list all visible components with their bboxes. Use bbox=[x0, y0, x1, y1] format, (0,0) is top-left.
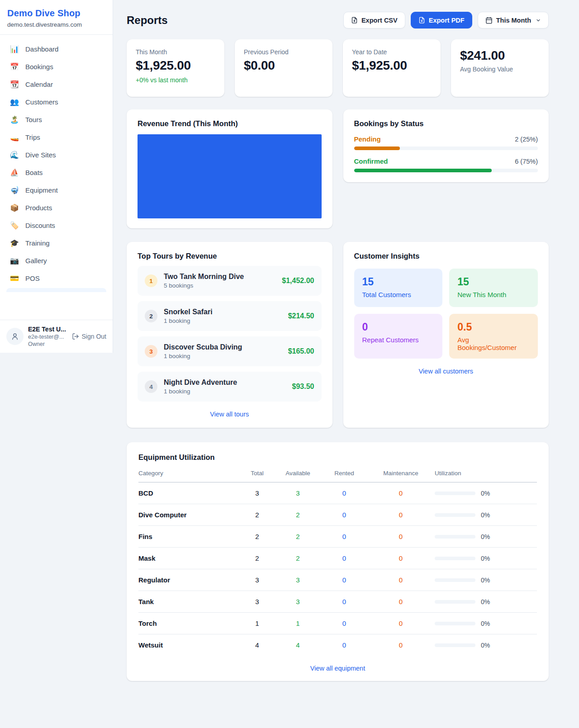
status-label: Confirmed bbox=[354, 157, 388, 165]
table-row: Dive Computer 2 2 0 0 0% bbox=[138, 504, 537, 526]
equipment-utilization-title: Equipment Utilization bbox=[138, 453, 537, 462]
tour-bookings: 5 bookings bbox=[164, 282, 275, 289]
calendar-icon bbox=[485, 17, 493, 24]
equipment-category: Torch bbox=[138, 619, 240, 627]
view-all-equipment-link[interactable]: View all equipment bbox=[138, 665, 537, 672]
stat-value: $1,925.00 bbox=[352, 58, 432, 73]
sidebar-item-discounts[interactable]: 🏷️ Discounts bbox=[4, 217, 109, 234]
avatar bbox=[6, 328, 24, 345]
sidebar-item-equipment[interactable]: 🤿 Equipment bbox=[4, 181, 109, 199]
utilization-percent: 0% bbox=[481, 598, 490, 605]
tile-value: 0.5 bbox=[457, 321, 530, 333]
sidebar-item-products[interactable]: 📦 Products bbox=[4, 199, 109, 217]
sidebar-item-calendar[interactable]: 📆 Calendar bbox=[4, 76, 109, 93]
status-count: 6 (75%) bbox=[515, 158, 538, 165]
status-row-confirmed: Confirmed 6 (75%) bbox=[354, 157, 538, 172]
col-utilization: Utilization bbox=[435, 470, 537, 477]
sidebar-item-boats[interactable]: ⛵ Boats bbox=[4, 164, 109, 181]
utilization-percent: 0% bbox=[481, 490, 490, 497]
stat-label: Year to Date bbox=[352, 48, 432, 56]
sidebar-item-label: Boats bbox=[25, 169, 43, 176]
sign-out-button[interactable]: Sign Out bbox=[72, 333, 106, 340]
stat-value: $1,925.00 bbox=[136, 58, 215, 73]
equipment-category: Dive Computer bbox=[138, 511, 240, 519]
equipment-available: 2 bbox=[274, 533, 322, 540]
sidebar-item-customers[interactable]: 👥 Customers bbox=[4, 93, 109, 111]
sidebar-item-pos[interactable]: 💳 POS bbox=[4, 269, 109, 287]
sidebar-item-gallery[interactable]: 📷 Gallery bbox=[4, 252, 109, 269]
sidebar-item-trips[interactable]: 🚤 Trips bbox=[4, 128, 109, 146]
sidebar-item-dive-sites[interactable]: 🌊 Dive Sites bbox=[4, 146, 109, 164]
bookings-by-status-title: Bookings by Status bbox=[354, 119, 538, 128]
table-row: Fins 2 2 0 0 0% bbox=[138, 526, 537, 548]
camera-icon: 📷 bbox=[10, 256, 19, 265]
rank-badge: 3 bbox=[145, 345, 157, 358]
calendar-icon: 📆 bbox=[10, 80, 19, 89]
equipment-maintenance: 0 bbox=[367, 598, 435, 605]
export-pdf-label: Export PDF bbox=[429, 17, 465, 24]
user-icon bbox=[11, 332, 19, 340]
package-icon: 📦 bbox=[10, 203, 19, 212]
equipment-available: 1 bbox=[274, 619, 322, 627]
rank-badge: 2 bbox=[145, 310, 157, 322]
export-csv-button[interactable]: Export CSV bbox=[343, 12, 405, 28]
equipment-category: BCD bbox=[138, 489, 240, 497]
stat-card-avg-booking-value: $241.00 Avg Booking Value bbox=[451, 39, 549, 97]
sidebar-item-dashboard[interactable]: 📊 Dashboard bbox=[4, 40, 109, 58]
sidebar-item-label: Dashboard bbox=[25, 45, 58, 53]
equipment-available: 2 bbox=[274, 511, 322, 519]
equipment-available: 4 bbox=[274, 641, 322, 649]
revenue-trend-title: Revenue Trend (This Month) bbox=[138, 119, 322, 128]
table-row: Torch 1 1 0 0 0% bbox=[138, 613, 537, 634]
tour-row: 3 Discover Scuba Diving 1 booking $165.0… bbox=[138, 336, 322, 366]
insight-tiles: 15 Total Customers 15 New This Month 0 R… bbox=[354, 269, 538, 359]
sidebar: Demo Dive Shop demo.test.divestreams.com… bbox=[0, 0, 113, 353]
customer-insights-panel: Customer Insights 15 Total Customers 15 … bbox=[343, 242, 549, 428]
rank-badge: 1 bbox=[145, 274, 157, 287]
customers-icon: 👥 bbox=[10, 98, 19, 106]
view-all-tours-link[interactable]: View all tours bbox=[138, 411, 322, 418]
sidebar-item-label: POS bbox=[25, 274, 40, 282]
tile-value: 15 bbox=[362, 276, 435, 288]
sidebar-item-bookings[interactable]: 📅 Bookings bbox=[4, 58, 109, 76]
table-row: Tank 3 3 0 0 0% bbox=[138, 591, 537, 613]
stat-card-year-to-date: Year to Date $1,925.00 bbox=[343, 39, 441, 97]
insights-row: Top Tours by Revenue 1 Two Tank Morning … bbox=[127, 242, 549, 428]
sidebar-item-active-partial[interactable] bbox=[6, 288, 106, 292]
col-rented: Rented bbox=[322, 470, 367, 477]
sidebar-item-training[interactable]: 🎓 Training bbox=[4, 234, 109, 252]
equipment-total: 2 bbox=[240, 511, 274, 519]
equipment-category: Fins bbox=[138, 533, 240, 540]
tile-value: 0 bbox=[362, 321, 435, 333]
period-selector[interactable]: This Month bbox=[478, 12, 549, 28]
tile-avg-bookings: 0.5 Avg Bookings/Customer bbox=[449, 314, 538, 359]
tour-revenue: $93.50 bbox=[292, 383, 314, 391]
equipment-maintenance: 0 bbox=[367, 641, 435, 649]
equipment-category: Mask bbox=[138, 554, 240, 562]
utilization-bar-track bbox=[435, 643, 475, 647]
status-bar-fill bbox=[354, 169, 492, 172]
sidebar-item-label: Equipment bbox=[25, 186, 58, 194]
equipment-rented: 0 bbox=[322, 554, 367, 562]
sidebar-user-footer: E2E Test U... e2e-tester@... Owner Sign … bbox=[0, 320, 113, 353]
page-header: Reports Export CSV Export PDF This Month bbox=[127, 12, 549, 28]
view-all-customers-link[interactable]: View all customers bbox=[354, 368, 538, 375]
equipment-total: 2 bbox=[240, 554, 274, 562]
export-pdf-button[interactable]: Export PDF bbox=[411, 12, 472, 28]
equipment-available: 3 bbox=[274, 489, 322, 497]
sidebar-item-tours[interactable]: 🏝️ Tours bbox=[4, 111, 109, 128]
revenue-trend-panel: Revenue Trend (This Month) bbox=[127, 109, 332, 228]
tile-label: Repeat Customers bbox=[362, 336, 435, 344]
equipment-category: Tank bbox=[138, 598, 240, 605]
tour-revenue: $165.00 bbox=[288, 347, 314, 355]
tour-row: 4 Night Dive Adventure 1 booking $93.50 bbox=[138, 372, 322, 402]
trips-boat-icon: 🚤 bbox=[10, 133, 19, 142]
tour-bookings: 1 booking bbox=[164, 388, 286, 395]
utilization-percent: 0% bbox=[481, 533, 490, 540]
sign-out-label: Sign Out bbox=[82, 333, 106, 340]
file-icon bbox=[351, 17, 358, 24]
equipment-maintenance: 0 bbox=[367, 554, 435, 562]
tile-label: Avg Bookings/Customer bbox=[457, 336, 530, 351]
col-maintenance: Maintenance bbox=[367, 470, 435, 477]
equipment-rented: 0 bbox=[322, 489, 367, 497]
